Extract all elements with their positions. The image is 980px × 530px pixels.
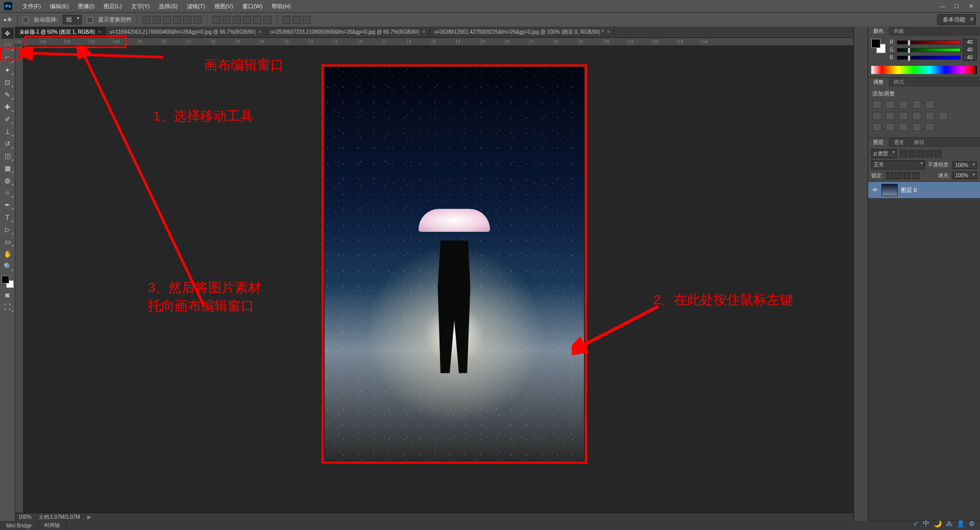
dist-2-icon[interactable]: [223, 16, 231, 24]
tab-color[interactable]: 颜色: [868, 27, 889, 36]
vertical-ruler[interactable]: [15, 46, 23, 513]
g-value[interactable]: 40: [963, 46, 977, 53]
adj-gradmap-icon[interactable]: [912, 123, 921, 131]
visibility-icon[interactable]: 👁: [871, 186, 878, 194]
menu-edit[interactable]: 编辑(E): [46, 1, 73, 12]
collapsed-panel-strip[interactable]: [853, 27, 868, 521]
adj-hue-icon[interactable]: [872, 112, 881, 120]
arr-2-icon[interactable]: [292, 16, 301, 24]
b-slider[interactable]: [897, 56, 961, 60]
menu-help[interactable]: 帮助(H): [267, 1, 295, 12]
b-value[interactable]: 40: [963, 54, 977, 61]
menu-view[interactable]: 视图(V): [210, 1, 237, 12]
status-flyout-icon[interactable]: ▶: [87, 514, 91, 520]
tab-timeline[interactable]: 时间轴: [38, 521, 66, 530]
tab-swatches[interactable]: 色板: [889, 27, 909, 36]
zoom-level[interactable]: 100%: [18, 514, 32, 520]
auto-select-dropdown[interactable]: 组: [63, 15, 82, 25]
adj-levels-icon[interactable]: [886, 101, 895, 109]
screenmode-tool[interactable]: ⛶: [2, 301, 14, 312]
maximize-button[interactable]: ☐: [951, 3, 962, 10]
ime-sparkle-icon[interactable]: ⁂: [946, 520, 952, 527]
filter-type-icon[interactable]: [917, 150, 924, 157]
doc-tab-3[interactable]: u=2539637233,2109093909&fm=26&gp=0.jpg @…: [266, 27, 430, 37]
adj-exposure-icon[interactable]: [912, 101, 921, 109]
menu-filter[interactable]: 滤镜(T): [183, 1, 209, 12]
adj-photo-icon[interactable]: [912, 112, 921, 120]
tab-adjustments[interactable]: 调整: [868, 78, 889, 87]
align-bottom-icon[interactable]: [163, 16, 171, 24]
align-vcenter-icon[interactable]: [153, 16, 161, 24]
lock-all-icon[interactable]: [912, 172, 919, 179]
dist-3-icon[interactable]: [233, 16, 241, 24]
show-transform-checkbox[interactable]: [87, 17, 93, 23]
close-button[interactable]: ✕: [966, 3, 976, 10]
ime-moon-icon[interactable]: 🌙: [934, 520, 942, 527]
menu-layer[interactable]: 图层(L): [100, 1, 126, 12]
align-left-icon[interactable]: [173, 16, 181, 24]
stamp-tool[interactable]: ⊥: [2, 126, 14, 137]
path-select-tool[interactable]: ▷: [2, 224, 14, 235]
ime-gear-icon[interactable]: ⚙: [969, 520, 975, 527]
close-icon[interactable]: ×: [98, 29, 101, 35]
align-right-icon[interactable]: [193, 16, 202, 24]
dist-4-icon[interactable]: [243, 16, 251, 24]
wand-tool[interactable]: ✦: [2, 64, 14, 76]
brush-tool[interactable]: ✐: [2, 113, 14, 125]
ime-check-icon[interactable]: ✓: [913, 520, 919, 527]
lock-pos-icon[interactable]: [903, 172, 911, 179]
tool-preset-icon[interactable]: ▸✥: [4, 16, 12, 23]
type-tool[interactable]: T: [2, 211, 14, 223]
foreground-color[interactable]: [2, 276, 9, 283]
layer-filter-dropdown[interactable]: ρ 类型: [871, 149, 897, 158]
minimize-button[interactable]: —: [937, 3, 947, 10]
adj-vibrance-icon[interactable]: [925, 101, 935, 109]
blur-tool[interactable]: ◍: [2, 175, 14, 186]
menu-select[interactable]: 选择(S): [155, 1, 182, 12]
adj-invert-icon[interactable]: [872, 123, 881, 131]
adj-bw-icon[interactable]: [899, 112, 908, 120]
horizontal-ruler[interactable]: 141312111098765432101234567891011121314: [15, 38, 853, 46]
layer-thumbnail[interactable]: [881, 184, 898, 196]
align-hcenter-icon[interactable]: [183, 16, 191, 24]
filter-shape-icon[interactable]: [926, 150, 933, 157]
adj-select-icon[interactable]: [925, 123, 935, 131]
close-icon[interactable]: ×: [259, 29, 262, 35]
history-brush-tool[interactable]: ↺: [2, 138, 14, 149]
adj-lookup-icon[interactable]: [939, 112, 948, 120]
arr-1-icon[interactable]: [282, 16, 290, 24]
menu-image[interactable]: 图像(I): [74, 1, 99, 12]
ime-user-icon[interactable]: 👤: [957, 520, 965, 527]
lock-trans-icon[interactable]: [886, 172, 893, 179]
shape-tool[interactable]: ▭: [2, 236, 14, 247]
auto-select-checkbox[interactable]: [22, 17, 29, 23]
adj-brightness-icon[interactable]: [872, 101, 881, 109]
pen-tool[interactable]: ✒: [2, 199, 14, 210]
color-swatches[interactable]: [2, 276, 14, 288]
ime-lang-icon[interactable]: 中: [923, 519, 929, 528]
quickmask-tool[interactable]: ◙: [2, 289, 14, 300]
gradient-tool[interactable]: ▦: [2, 162, 14, 174]
arr-3-icon[interactable]: [303, 16, 311, 24]
fill-value[interactable]: 100%: [952, 172, 977, 179]
filter-adjust-icon[interactable]: [909, 150, 916, 157]
menu-window[interactable]: 窗口(W): [238, 1, 267, 12]
opacity-value[interactable]: 100%: [952, 161, 977, 169]
layer-row[interactable]: 👁 图层 0: [868, 182, 980, 198]
adj-curves-icon[interactable]: [899, 101, 908, 109]
r-slider[interactable]: [897, 40, 961, 44]
doc-tab-4[interactable]: u=3638812661,4278309225&fm=26&gp=0.jpg @…: [430, 27, 614, 37]
r-value[interactable]: 40: [963, 39, 977, 45]
panel-color-swatch[interactable]: [871, 39, 886, 53]
menu-file[interactable]: 文件(F): [18, 1, 45, 12]
adj-balance-icon[interactable]: [886, 112, 895, 120]
eraser-tool[interactable]: ◫: [2, 150, 14, 161]
tab-layers[interactable]: 图层: [868, 138, 889, 147]
adj-poster-icon[interactable]: [886, 123, 895, 131]
blend-mode-dropdown[interactable]: 正常: [871, 160, 925, 170]
tab-styles[interactable]: 样式: [889, 78, 909, 87]
dist-1-icon[interactable]: [212, 16, 220, 24]
doc-tab-2[interactable]: u=116942063,2176690468&fm=26&gp=0.jpg @ …: [106, 27, 266, 37]
dist-6-icon[interactable]: [263, 16, 272, 24]
filter-pixel-icon[interactable]: [900, 150, 907, 157]
